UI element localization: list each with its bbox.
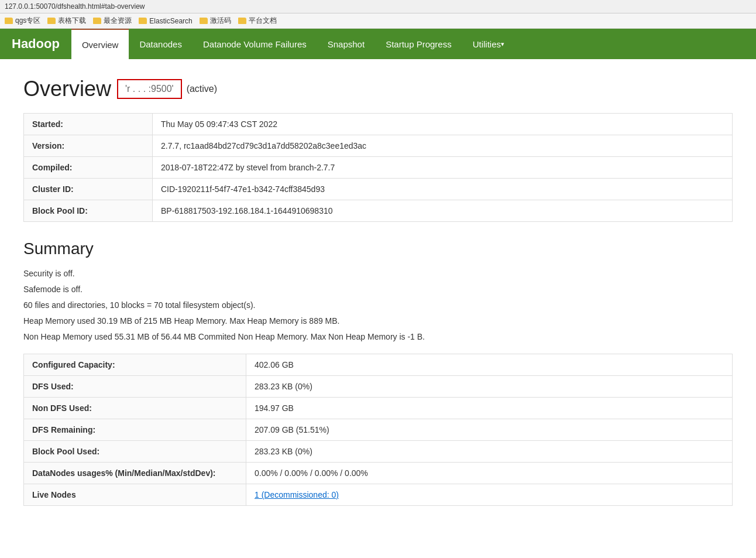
table-row: Started:Thu May 05 09:47:43 CST 2022 [24,114,733,135]
folder-icon [47,18,56,24]
folder-icon [200,18,208,24]
summary-texts: Security is off.Safemode is off.60 files… [23,268,733,343]
summary-text-item: Safemode is off. [23,283,733,296]
navbar: Hadoop OverviewDatanodesDatanode Volume … [0,29,756,59]
overview-host: 'r . . . :9500' [117,79,182,99]
overview-status: (active) [187,84,217,94]
bookmark-item[interactable]: qgs专区 [5,16,40,26]
table-row: Cluster ID:CID-1920211f-54f7-47e1-b342-7… [24,179,733,200]
nav-item-snapshot[interactable]: Snapshot [317,29,375,59]
info-table: Started:Thu May 05 09:47:43 CST 2022Vers… [23,113,733,222]
nav-item-startup-progress[interactable]: Startup Progress [375,29,462,59]
table-row: DFS Used:283.23 KB (0%) [24,376,733,398]
table-row: Non DFS Used:194.97 GB [24,398,733,419]
nav-item-datanode-volume-failures[interactable]: Datanode Volume Failures [193,29,317,59]
table-row: DFS Remaining:207.09 GB (51.51%) [24,419,733,441]
table-row: DataNodes usages% (Min/Median/Max/stdDev… [24,463,733,484]
main-content: Overview 'r . . . :9500' (active) Starte… [0,59,756,523]
summary-text-item: 60 files and directories, 10 blocks = 70… [23,299,733,311]
summary-text-item: Non Heap Memory used 55.31 MB of 56.44 M… [23,331,733,343]
table-row: Block Pool Used:283.23 KB (0%) [24,441,733,463]
table-row: Configured Capacity:402.06 GB [24,354,733,376]
bookmark-item[interactable]: 表格下载 [47,16,86,26]
navbar-brand: Hadoop [0,36,71,52]
summary-table: Configured Capacity:402.06 GBDFS Used:28… [23,354,733,506]
folder-icon [238,18,246,24]
bookmark-item[interactable]: 激活码 [200,16,231,26]
overview-title: Overview [23,77,111,101]
summary-text-item: Security is off. [23,268,733,280]
nav-item-overview[interactable]: Overview [71,29,129,59]
folder-icon [93,18,101,24]
address-bar: 127.0.0.1:50070/dfshealth.html#tab-overv… [0,0,756,13]
nav-items: OverviewDatanodesDatanode Volume Failure… [71,29,515,59]
table-row: Block Pool ID:BP-618817503-192.168.184.1… [24,200,733,222]
summary-text-item: Heap Memory used 30.19 MB of 215 MB Heap… [23,315,733,327]
folder-icon [5,18,13,24]
live-nodes-link[interactable]: 1 (Decommissioned: 0) [255,490,339,499]
overview-header: Overview 'r . . . :9500' (active) [23,77,733,101]
summary-title: Summary [23,239,733,258]
bookmark-item[interactable]: 最全资源 [93,16,132,26]
nav-item-utilities[interactable]: Utilities [462,29,515,59]
table-row: Version:2.7.7, rc1aad84bd27cd79c3d1a7dd5… [24,135,733,157]
bookmarks-bar: qgs专区表格下载最全资源ElasticSearch激活码平台文档 [0,13,756,29]
table-row: Compiled:2018-07-18T22:47Z by stevel fro… [24,157,733,179]
table-row: Live Nodes1 (Decommissioned: 0) [24,484,733,506]
bookmark-item[interactable]: ElasticSearch [139,17,192,25]
nav-item-datanodes[interactable]: Datanodes [129,29,193,59]
bookmark-item[interactable]: 平台文档 [238,16,277,26]
folder-icon [139,18,147,24]
